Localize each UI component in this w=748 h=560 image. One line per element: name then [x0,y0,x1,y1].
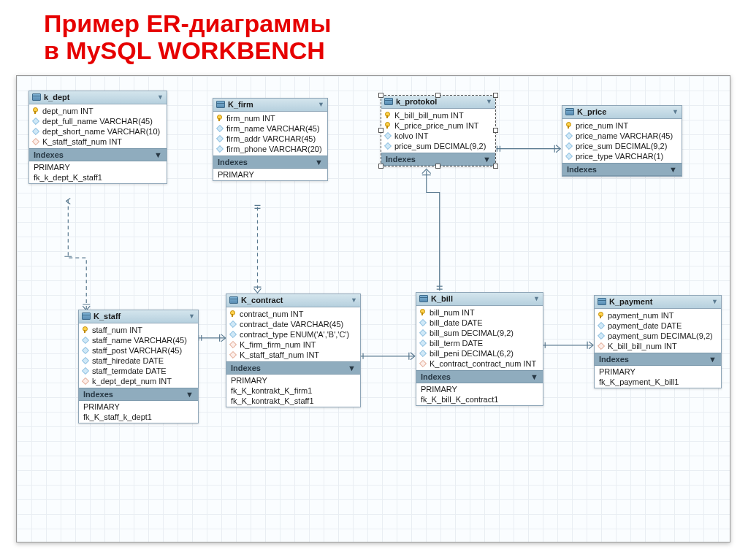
column-icon [565,153,573,160]
table-icon [229,296,238,304]
column: payment_num INT [595,310,721,321]
indexes-header[interactable]: Indexes▼ [562,163,682,176]
indexes-header[interactable]: Indexes▼ [416,370,543,383]
resize-handle[interactable] [493,164,498,169]
pk-icon [82,326,89,334]
pk-icon [384,112,392,119]
column-icon [565,142,573,150]
chevron-down-icon[interactable]: ▼ [186,390,194,399]
column: staff_post VARCHAR(45) [79,345,198,356]
table-k-dept[interactable]: k_dept ▼ dept_num INT dept_full_name VAR… [28,91,167,184]
page-title: Пример ER-диаграммы в MySQL WORKBENCH [0,0,748,71]
chevron-down-icon[interactable]: ▼ [157,93,164,101]
chevron-down-icon[interactable]: ▼ [669,165,677,174]
column-icon [419,350,427,357]
fk-icon [598,342,605,350]
column-icon [598,322,605,329]
column-list: contract_num INT contract_date VARCHAR(4… [226,307,360,361]
table-header[interactable]: k_dept ▼ [29,91,167,104]
resize-handle[interactable] [493,128,498,133]
indexes-header[interactable]: Indexes▼ [213,156,327,169]
pk-icon [32,107,39,115]
indexes-header[interactable]: Indexes▼ [29,148,167,161]
resize-handle[interactable] [378,128,383,133]
chevron-down-icon[interactable]: ▼ [483,155,491,164]
column: bill_sum DECIMAL(9,2) [416,328,543,338]
column: firm_phone VARCHAR(20) [213,144,327,154]
column: price_num INT [562,120,682,131]
index-item: fk_K_kontrakt_K_staff1 [226,396,360,406]
table-icon [216,101,225,108]
resize-handle[interactable] [378,93,383,98]
chevron-down-icon[interactable]: ▼ [188,312,195,320]
table-header[interactable]: K_contract ▼ [226,294,360,307]
title-line-1: Пример ER-диаграммы [44,10,748,37]
column: contract_type ENUM('A','B','C') [226,329,360,340]
chevron-down-icon[interactable]: ▼ [351,296,357,304]
resize-handle[interactable] [378,164,383,169]
column-icon [384,142,392,150]
column: firm_addr VARCHAR(45) [213,134,327,144]
table-k-payment[interactable]: K_payment ▼ payment_num INT payment_date… [594,295,722,388]
column-icon [419,329,427,337]
table-header[interactable]: K_firm ▼ [213,99,327,112]
indexes-header[interactable]: Indexes▼ [79,388,198,401]
column: firm_num INT [213,113,327,123]
table-icon [565,108,574,115]
index-list: PRIMARY fk_k_dept_K_staff1 [29,161,167,183]
column: staff_hiredate DATE [79,356,198,366]
column-list: staff_num INT staff_name VARCHAR(45) sta… [79,323,198,388]
column: K_staff_staff_num INT [226,350,360,360]
table-header[interactable]: K_staff ▼ [79,310,198,323]
er-canvas[interactable]: k_dept ▼ dept_num INT dept_full_name VAR… [16,75,730,542]
column: k_dept_dept_num INT [79,376,198,386]
fk-icon [419,360,427,367]
column-icon [216,125,224,132]
table-k-price[interactable]: K_price ▼ price_num INT price_name VARCH… [562,105,682,177]
table-header[interactable]: K_price ▼ [562,106,682,119]
chevron-down-icon[interactable]: ▼ [533,295,540,302]
table-k-staff[interactable]: K_staff ▼ staff_num INT staff_name VARCH… [78,310,199,423]
chevron-down-icon[interactable]: ▼ [486,98,492,105]
chevron-down-icon[interactable]: ▼ [318,101,324,108]
column: bill_term DATE [416,338,543,348]
column: K_bill_bill_num INT [381,110,495,120]
resize-handle[interactable] [493,93,498,98]
table-name: K_contract [241,296,348,304]
column: K_staff_staff_num INT [29,137,167,147]
fk-icon [229,351,237,358]
title-line-2: в MySQL WORKBENCH [44,37,748,64]
table-header[interactable]: K_payment ▼ [595,296,721,309]
resize-handle[interactable] [435,164,440,169]
column: dept_full_name VARCHAR(45) [29,116,167,126]
column: dept_short_name VARCHAR(10) [29,126,167,137]
table-name: K_payment [609,297,709,306]
column: price_sum DECIMAL(9,2) [381,141,495,151]
column: kolvo INT [381,131,495,141]
column-icon [229,331,237,338]
chevron-down-icon[interactable]: ▼ [315,158,323,166]
column: dept_num INT [29,106,167,116]
column-icon [419,340,427,347]
resize-handle[interactable] [435,93,440,98]
chevron-down-icon[interactable]: ▼ [672,108,679,115]
chevron-down-icon[interactable]: ▼ [709,355,717,364]
column: K_bill_bill_num INT [595,341,721,351]
chevron-down-icon[interactable]: ▼ [711,298,718,305]
chevron-down-icon[interactable]: ▼ [154,150,162,159]
column-icon [598,332,605,340]
indexes-header[interactable]: Indexes▼ [595,353,721,366]
table-k-firm[interactable]: K_firm ▼ firm_num INT firm_name VARCHAR(… [213,98,328,181]
table-k-contract[interactable]: K_contract ▼ contract_num INT contract_d… [226,294,361,407]
table-name: k_dept [44,93,154,101]
table-k-bill[interactable]: K_bill ▼ bill_num INT bill_date DATE bil… [416,292,543,406]
table-name: K_staff [94,312,186,321]
index-list: PRIMARY fk_K_bill_K_contract1 [416,383,543,405]
fk-icon [32,138,39,145]
chevron-down-icon[interactable]: ▼ [530,372,538,381]
chevron-down-icon[interactable]: ▼ [348,364,356,372]
indexes-header[interactable]: Indexes▼ [226,361,360,375]
index-item: fk_K_bill_K_contract1 [416,394,543,404]
table-k-protokol[interactable]: k_protokol ▼ K_bill_bill_num INT K_price… [381,95,496,166]
table-header[interactable]: K_bill ▼ [416,293,543,306]
